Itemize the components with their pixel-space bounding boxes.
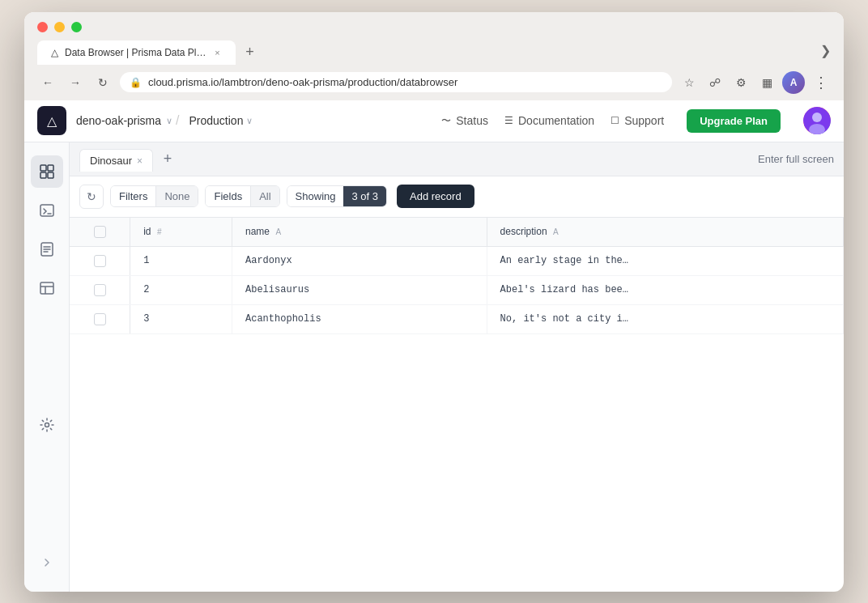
tab-close-icon[interactable]: × (137, 155, 143, 167)
showing-value: 3 of 3 (343, 186, 386, 206)
profile-avatar[interactable]: A (782, 71, 805, 94)
tab-close-button[interactable]: × (211, 46, 224, 59)
tab-favicon: △ (49, 47, 60, 58)
select-all-checkbox[interactable] (94, 226, 106, 238)
name-column-header[interactable]: name A (232, 218, 487, 247)
sidebar-item-logs[interactable] (31, 233, 63, 265)
sidebar-item-terminal[interactable] (31, 194, 63, 227)
showing-label: Showing (287, 186, 344, 206)
docs-nav-item[interactable]: ☰ Documentation (504, 114, 594, 127)
row-name: Acanthopholis (232, 304, 487, 333)
user-avatar[interactable] (803, 107, 831, 134)
row-description: Abel's lizard has bee… (487, 275, 843, 304)
browser-tab-active[interactable]: △ Data Browser | Prisma Data Pl… × (37, 40, 236, 65)
forward-button[interactable]: → (65, 72, 86, 93)
main-layout: Dinosaur × + Enter full screen ↻ Filters… (24, 142, 844, 592)
url-text: cloud.prisma.io/lambtron/deno-oak-prisma… (148, 76, 457, 88)
select-all-header[interactable] (70, 218, 130, 247)
name-type-icon: A (275, 227, 281, 236)
tab-name: Dinosaur (90, 155, 132, 167)
filters-label: Filters (111, 186, 155, 206)
description-type-icon: A (553, 227, 559, 236)
row-description: An early stage in the… (487, 246, 843, 275)
maximize-traffic-light[interactable] (71, 22, 82, 32)
support-nav-item[interactable]: ☐ Support (611, 114, 664, 127)
table-header: id # name A description A (70, 218, 844, 247)
id-column-label: id (143, 226, 151, 237)
row-id: 2 (130, 275, 232, 304)
svg-rect-3 (40, 165, 46, 171)
svg-point-10 (45, 423, 49, 427)
menu-icon[interactable]: ⋮ (810, 72, 831, 93)
table-row[interactable]: 2 Abelisaurus Abel's lizard has bee… (70, 275, 844, 304)
add-table-tab-button[interactable]: + (156, 147, 179, 170)
app-logo: △ (37, 106, 66, 135)
reading-mode-icon[interactable]: ☍ (704, 72, 725, 93)
sidebar-item-data-browser[interactable] (31, 155, 63, 188)
table-row[interactable]: 1 Aardonyx An early stage in the… (70, 246, 844, 275)
close-traffic-light[interactable] (37, 22, 48, 32)
refresh-button[interactable]: ↻ (79, 185, 104, 209)
project-name: deno-oak-prisma (76, 114, 161, 127)
fields-label: Fields (206, 186, 250, 206)
id-column-header[interactable]: id # (130, 218, 232, 247)
content-area: Dinosaur × + Enter full screen ↻ Filters… (70, 142, 844, 592)
docs-icon: ☰ (504, 115, 513, 126)
fields-value: All (250, 186, 279, 206)
filters-control[interactable]: Filters None (110, 185, 198, 207)
support-label: Support (624, 114, 664, 127)
extensions-icon[interactable]: ⚙ (730, 72, 751, 93)
row-name: Aardonyx (232, 246, 487, 275)
fullscreen-link[interactable]: Enter full screen (758, 153, 834, 165)
bookmark-icon[interactable]: ☆ (679, 72, 700, 93)
browser-window: △ Data Browser | Prisma Data Pl… × + ❯ ←… (24, 12, 844, 592)
title-bar: △ Data Browser | Prisma Data Pl… × + ❯ (24, 12, 844, 65)
tab-end-controls: ❯ (820, 43, 831, 62)
sidebar-item-settings[interactable] (31, 409, 63, 441)
status-nav-item[interactable]: 〜 Status (441, 114, 488, 128)
fields-control[interactable]: Fields All (205, 185, 279, 207)
url-bar[interactable]: 🔒 cloud.prisma.io/lambtron/deno-oak-pris… (120, 72, 672, 92)
upgrade-button[interactable]: Upgrade Plan (687, 109, 781, 133)
add-record-button[interactable]: Add record (397, 185, 474, 208)
description-column-header[interactable]: description A (487, 218, 843, 247)
row-checkbox[interactable] (94, 255, 106, 267)
lock-icon: 🔒 (130, 77, 142, 88)
svg-rect-5 (40, 172, 46, 178)
toolbar: ↻ Filters None Fields All Showing 3 of 3… (70, 176, 844, 218)
tab-bar: △ Data Browser | Prisma Data Pl… × + ❯ (37, 40, 831, 65)
row-checkbox-cell (70, 246, 130, 275)
table-row[interactable]: 3 Acanthopholis No, it's not a city i… (70, 304, 844, 333)
minimize-traffic-light[interactable] (54, 22, 65, 32)
back-button[interactable]: ← (37, 72, 58, 93)
address-actions: ☆ ☍ ⚙ ▦ A ⋮ (679, 71, 831, 94)
dinosaur-tab[interactable]: Dinosaur × (79, 149, 153, 172)
row-id: 1 (130, 246, 232, 275)
table-body: 1 Aardonyx An early stage in the… 2 Abel… (70, 246, 844, 333)
table-header-row: id # name A description A (70, 218, 844, 247)
new-tab-button[interactable]: + (239, 41, 262, 64)
sidebar-toggle-icon[interactable]: ▦ (756, 72, 777, 93)
header-nav: 〜 Status ☰ Documentation ☐ Support Upgra… (441, 107, 831, 134)
sidebar-item-tables[interactable] (31, 272, 63, 304)
filters-value: None (155, 186, 198, 206)
data-table: id # name A description A (70, 218, 844, 334)
svg-point-1 (812, 113, 822, 122)
id-type-icon: # (157, 227, 162, 236)
svg-rect-6 (48, 172, 53, 178)
env-name: Production (189, 114, 244, 127)
row-id: 3 (130, 304, 232, 333)
data-tabs: Dinosaur × + Enter full screen (70, 142, 844, 176)
row-description: No, it's not a city i… (487, 304, 843, 333)
support-icon: ☐ (611, 115, 619, 126)
refresh-icon: ↻ (87, 190, 96, 203)
reload-button[interactable]: ↻ (92, 72, 113, 93)
project-chevron: ∨ (166, 116, 172, 126)
svg-rect-7 (40, 205, 53, 216)
row-checkbox[interactable] (94, 284, 106, 296)
project-selector[interactable]: deno-oak-prisma ∨ (76, 114, 172, 127)
env-selector[interactable]: Production ∨ (189, 114, 253, 127)
sidebar-expand-button[interactable] (31, 546, 63, 579)
status-icon: 〜 (441, 114, 451, 128)
row-checkbox[interactable] (94, 313, 106, 325)
